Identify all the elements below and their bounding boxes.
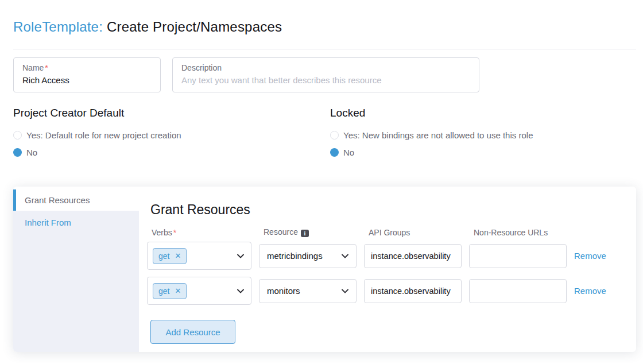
tab-inherit-from[interactable]: Inherit From [13, 211, 139, 234]
radio-unchecked-icon[interactable] [330, 131, 339, 140]
chevron-down-icon [342, 289, 348, 293]
non-resource-urls-input[interactable] [469, 244, 567, 268]
tab-label: Inherit From [25, 218, 71, 227]
api-groups-input[interactable] [364, 244, 462, 268]
chevron-down-icon [237, 289, 244, 293]
remove-verb-icon[interactable]: ✕ [175, 251, 181, 260]
chevron-down-icon [342, 254, 348, 258]
tab-sidebar: Grant Resources Inherit From [13, 189, 139, 352]
description-label: Description [181, 63, 470, 72]
project-creator-default-section: Project Creator Default Yes: Default rol… [13, 107, 181, 165]
project-creator-default-heading: Project Creator Default [13, 107, 181, 119]
api-groups-input[interactable] [364, 279, 462, 303]
column-labels-row: Verbs* Resourcei API Groups Non-Resource… [147, 227, 626, 237]
radio-option-label: No [343, 148, 354, 157]
resource-rule-row: get ✕ monitors Remove [147, 277, 626, 305]
radio-option-label: Yes: New bindings are not allowed to use… [343, 130, 533, 140]
page-title: RoleTemplate:Create Project/Namespaces [13, 19, 282, 35]
verbs-select[interactable]: get ✕ [147, 277, 251, 305]
remove-verb-icon[interactable]: ✕ [175, 286, 181, 295]
resource-select-value: monitors [267, 286, 300, 296]
header-divider [13, 49, 636, 49]
radio-option-label: Yes: Default role for new project creati… [26, 130, 181, 140]
radio-option-locked-no[interactable]: No [330, 148, 533, 157]
non-resource-urls-input[interactable] [469, 279, 567, 303]
verb-tag: get ✕ [153, 283, 187, 299]
radio-checked-icon[interactable] [330, 148, 339, 157]
resource-select[interactable]: metricbindings [259, 244, 357, 268]
description-input[interactable] [181, 75, 470, 85]
remove-row-link[interactable]: Remove [574, 251, 614, 261]
verb-tag: get ✕ [153, 248, 187, 264]
resource-select[interactable]: monitors [259, 279, 357, 303]
info-icon[interactable]: i [301, 230, 309, 237]
remove-row-link[interactable]: Remove [574, 286, 614, 296]
chevron-down-icon [237, 254, 244, 258]
grant-resources-heading: Grant Resources [150, 202, 626, 218]
resource-select-value: metricbindings [267, 251, 323, 261]
resource-column-label: Resourcei [259, 227, 357, 237]
verb-tag-label: get [158, 286, 169, 296]
radio-option-pcd-yes[interactable]: Yes: Default role for new project creati… [13, 130, 181, 140]
radio-checked-icon[interactable] [13, 148, 22, 157]
verb-tag-label: get [158, 251, 169, 261]
name-field-box: Name* [13, 57, 161, 92]
api-groups-column-label: API Groups [364, 228, 462, 237]
tab-grant-resources[interactable]: Grant Resources [13, 189, 139, 211]
add-resource-button[interactable]: Add Resource [150, 320, 235, 344]
locked-heading: Locked [330, 107, 533, 119]
required-asterisk: * [173, 228, 176, 237]
name-label: Name* [22, 63, 152, 72]
radio-unchecked-icon[interactable] [13, 131, 22, 140]
required-asterisk: * [45, 63, 48, 72]
verbs-column-label: Verbs* [147, 228, 251, 237]
radio-option-label: No [26, 148, 37, 157]
radio-option-pcd-no[interactable]: No [13, 148, 181, 157]
grant-resources-card: Grant Resources Inherit From Grant Resou… [13, 187, 636, 352]
locked-section: Locked Yes: New bindings are not allowed… [330, 107, 533, 165]
description-field-box: Description [172, 57, 479, 92]
resource-rule-row: get ✕ metricbindings Remove [147, 242, 626, 270]
page-title-action: Create Project/Namespaces [107, 19, 282, 34]
grant-resources-panel: Grant Resources Verbs* Resourcei API Gro… [139, 189, 636, 352]
radio-option-locked-yes[interactable]: Yes: New bindings are not allowed to use… [330, 130, 533, 140]
name-input[interactable] [22, 75, 152, 85]
verbs-select[interactable]: get ✕ [147, 242, 251, 270]
non-resource-urls-column-label: Non-Resource URLs [469, 228, 567, 237]
tab-label: Grant Resources [25, 195, 90, 205]
page-title-resource-type: RoleTemplate: [13, 19, 103, 34]
